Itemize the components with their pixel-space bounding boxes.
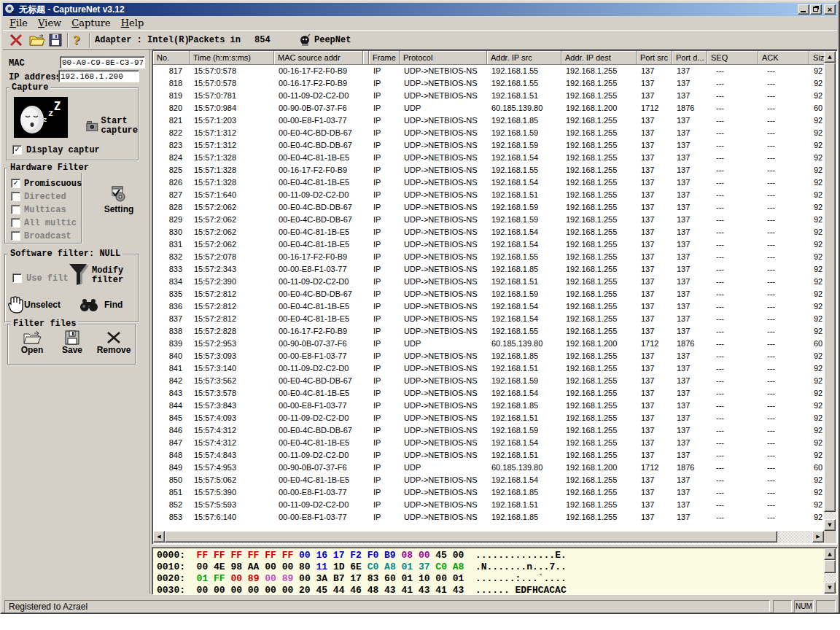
- table-vertical-scrollbar[interactable]: ▲ ▼: [824, 51, 836, 531]
- table-row[interactable]: 82115:57:1:20300-00-E8-F1-03-77IPUDP->NE…: [153, 114, 824, 127]
- table-row[interactable]: 82815:57:2:06200-E0-4C-BD-DB-67IPUDP->NE…: [153, 201, 824, 214]
- cell-seq: ---: [707, 300, 758, 313]
- table-row[interactable]: 82415:57:1:32800-E0-4C-81-1B-E5IPUDP->NE…: [153, 152, 824, 164]
- filter-remove-button[interactable]: Remove: [94, 330, 133, 362]
- table-row[interactable]: 84415:57:3:84300-00-E8-F1-03-77IPUDP->NE…: [153, 400, 824, 412]
- cell-frame: IP: [369, 474, 400, 486]
- col-header-ack[interactable]: ACK: [758, 51, 809, 65]
- table-row[interactable]: 85215:57:5:59300-11-09-D2-C2-D0IPUDP->NE…: [153, 499, 824, 511]
- col-header-size[interactable]: Siz: [809, 51, 824, 65]
- col-header-port-dest[interactable]: Port d...: [672, 51, 707, 65]
- cell-frame: IP: [369, 400, 400, 412]
- cell-size: 92: [809, 176, 824, 189]
- table-row[interactable]: 82315:57:1:31200-E0-4C-BD-DB-67IPUDP->NE…: [153, 139, 824, 152]
- table-row[interactable]: 84615:57:4:31200-E0-4C-BD-DB-67IPUDP->NE…: [153, 424, 824, 437]
- table-row[interactable]: 83315:57:2:34300-00-E8-F1-03-77IPUDP->NE…: [153, 263, 824, 276]
- table-row[interactable]: 82015:57:0:98400-90-0B-07-37-F6IPUDP60.1…: [153, 102, 824, 114]
- table-row[interactable]: 83715:57:2:81200-E0-4C-81-1B-E5IPUDP->NE…: [153, 313, 824, 325]
- table-row[interactable]: 84915:57:4:95300-90-0B-07-37-F6IPUDP60.1…: [153, 462, 824, 474]
- unselect-button[interactable]: Unselect: [7, 294, 77, 316]
- table-row[interactable]: 84815:57:4:84300-11-09-D2-C2-D0IPUDP->NE…: [153, 449, 824, 462]
- filter-files-group: Filter files Open Save: [7, 324, 136, 365]
- table-row[interactable]: 84015:57:3:09300-00-E8-F1-03-77IPUDP->NE…: [153, 350, 824, 362]
- table-row[interactable]: 84515:57:4:09300-11-09-D2-C2-D0IPUDP->NE…: [153, 412, 824, 424]
- table-row[interactable]: 85315:57:6:14000-00-E8-F1-03-77IPUDP->NE…: [153, 511, 824, 524]
- cell-ip-src: 192.168.1.54: [487, 226, 561, 238]
- hex-vertical-scrollbar[interactable]: ▲ ▼: [824, 548, 836, 594]
- table-row[interactable]: 84215:57:3:56200-E0-4C-BD-DB-67IPUDP->NE…: [153, 375, 824, 387]
- hex-scroll-up-icon[interactable]: ▲: [824, 548, 836, 560]
- cell-time: 15:57:3:578: [190, 387, 274, 400]
- table-row[interactable]: 81915:57:0:78100-11-09-D2-C2-D0IPUDP->NE…: [153, 90, 824, 102]
- table-horizontal-scrollbar[interactable]: ◀ ▶: [153, 531, 824, 543]
- col-header-mac-source[interactable]: MAC source addr: [274, 51, 363, 65]
- table-row[interactable]: 81715:57:0:57800-16-17-F2-F0-B9IPUDP->NE…: [153, 65, 824, 77]
- table-row[interactable]: 82615:57:1:32800-E0-4C-81-1B-E5IPUDP->NE…: [153, 176, 824, 189]
- table-row[interactable]: 83215:57:2:07800-16-17-F2-F0-B9IPUDP->NE…: [153, 251, 824, 263]
- col-header-time[interactable]: Time (h:m:s:ms): [190, 51, 274, 65]
- col-header-no[interactable]: No.: [153, 51, 190, 65]
- restore-button[interactable]: [810, 4, 822, 15]
- cell-seq: ---: [707, 288, 758, 300]
- hex-scroll-thumb[interactable]: [824, 560, 836, 573]
- table-row[interactable]: 83415:57:2:39000-11-09-D2-C2-D0IPUDP->NE…: [153, 276, 824, 288]
- col-header-gap[interactable]: [363, 51, 369, 65]
- cell-mac-source: 00-16-17-F2-F0-B9: [274, 65, 363, 77]
- setting-button[interactable]: Setting: [96, 185, 141, 222]
- table-row[interactable]: 83615:57:2:81200-E0-4C-81-1B-E5IPUDP->NE…: [153, 300, 824, 313]
- display-capture-checkbox[interactable]: ✓: [12, 145, 22, 155]
- cell-time: 15:57:0:578: [190, 77, 274, 90]
- cell-mac-source: 00-00-E8-F1-03-77: [274, 350, 363, 362]
- vertical-scroll-thumb[interactable]: [824, 63, 836, 512]
- find-button[interactable]: Find: [79, 295, 136, 314]
- delete-capture-button[interactable]: [9, 33, 23, 47]
- col-header-ip-src[interactable]: Addr. IP src: [487, 51, 561, 65]
- col-header-ip-dest[interactable]: Addr. IP dest: [561, 51, 637, 65]
- start-capture-button[interactable]: Start capture: [85, 112, 138, 141]
- menu-help[interactable]: Help: [116, 17, 149, 29]
- modify-filter-button[interactable]: Modify filter: [68, 260, 136, 291]
- filter-save-button[interactable]: Save: [56, 330, 88, 362]
- table-row[interactable]: 84715:57:4:31200-E0-4C-81-1B-E5IPUDP->NE…: [153, 437, 824, 449]
- help-button[interactable]: ?: [73, 33, 79, 47]
- scroll-down-icon[interactable]: ▼: [824, 519, 836, 531]
- table-row[interactable]: 82915:57:2:06200-E0-4C-BD-DB-67IPUDP->NE…: [153, 214, 824, 226]
- scroll-up-icon[interactable]: ▲: [824, 51, 836, 63]
- cell-protocol: UDP->NETBIOS-NS: [400, 176, 487, 189]
- menu-capture[interactable]: Capture: [66, 17, 116, 29]
- minimize-button[interactable]: [798, 4, 809, 15]
- table-row[interactable]: 83115:57:2:06200-E0-4C-81-1B-E5IPUDP->NE…: [153, 238, 824, 251]
- save-button[interactable]: [49, 33, 62, 47]
- table-row[interactable]: 83815:57:2:82800-16-17-F2-F0-B9IPUDP->NE…: [153, 325, 824, 338]
- table-row[interactable]: 83515:57:2:81200-E0-4C-BD-DB-67IPUDP->NE…: [153, 288, 824, 300]
- filter-files-title: Filter files: [11, 319, 78, 329]
- mac-field[interactable]: [60, 56, 145, 69]
- table-row[interactable]: 81815:57:0:57800-16-17-F2-F0-B9IPUDP->NE…: [153, 77, 824, 90]
- table-row[interactable]: 85015:57:5:06200-E0-4C-81-1B-E5IPUDP->NE…: [153, 474, 824, 486]
- hex-scroll-down-icon[interactable]: ▼: [824, 582, 836, 594]
- open-button[interactable]: [29, 33, 45, 47]
- table-row[interactable]: 84115:57:3:14000-11-09-D2-C2-D0IPUDP->NE…: [153, 362, 824, 375]
- table-row[interactable]: 82515:57:1:32800-16-17-F2-F0-B9IPUDP->NE…: [153, 164, 824, 176]
- filter-open-button[interactable]: Open: [15, 330, 49, 362]
- cell-time: 15:57:5:593: [190, 499, 274, 511]
- menu-file[interactable]: File: [4, 17, 33, 29]
- table-row[interactable]: 82715:57:1:64000-11-09-D2-C2-D0IPUDP->NE…: [153, 189, 824, 201]
- horizontal-scroll-thumb[interactable]: [165, 531, 777, 542]
- table-row[interactable]: 83015:57:2:06200-E0-4C-81-1B-E5IPUDP->NE…: [153, 226, 824, 238]
- table-row[interactable]: 85115:57:5:39000-00-E8-F1-03-77IPUDP->NE…: [153, 486, 824, 499]
- table-row[interactable]: 84315:57:3:57800-E0-4C-81-1B-E5IPUDP->NE…: [153, 387, 824, 400]
- table-row[interactable]: 83915:57:2:95300-90-0B-07-37-F6IPUDP60.1…: [153, 338, 824, 350]
- ip-address-field[interactable]: [58, 70, 139, 82]
- scroll-left-icon[interactable]: ◀: [153, 531, 165, 542]
- table-row[interactable]: 82215:57:1:31200-E0-4C-BD-DB-67IPUDP->NE…: [153, 127, 824, 139]
- col-header-frame[interactable]: Frame: [369, 51, 400, 65]
- peepnet-button[interactable]: PeepNet: [299, 33, 351, 47]
- scroll-right-icon[interactable]: ▶: [812, 531, 824, 542]
- hw-checkbox-promiscuous[interactable]: ✓: [11, 179, 20, 188]
- close-button[interactable]: ×: [824, 4, 836, 15]
- col-header-protocol[interactable]: Protocol: [400, 51, 487, 65]
- col-header-seq[interactable]: SEQ: [707, 51, 758, 65]
- menu-view[interactable]: View: [33, 17, 66, 29]
- col-header-port-src[interactable]: Port src: [637, 51, 672, 65]
